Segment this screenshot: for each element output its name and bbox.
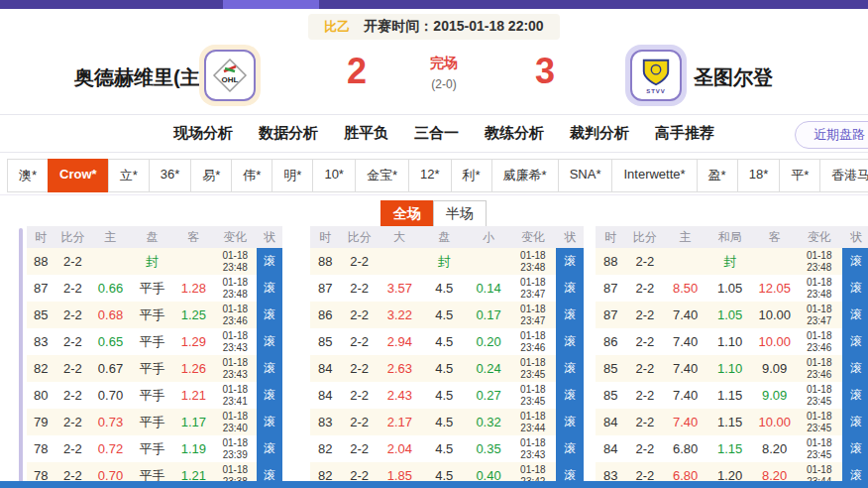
cell-over-odds: 3.57 [379,275,421,302]
cell-change-time: 01-1823:47 [796,302,842,328]
cell-minute: 80 [27,382,54,409]
table-row: 85 2-2 7.40 1.15 9.09 01-1823:45 滚 [596,382,868,409]
cell-change-time: 01-1823:41 [213,382,257,409]
header-change: 变化 [213,226,257,248]
table-row: 82 2-2 2.04 4.5 0.35 01-1823:43 滚 [310,435,584,462]
bookmaker-tab-label: 威廉希* [503,168,547,183]
cell-away-win-odds: 10.00 [753,302,796,328]
cell-away-odds: 1.26 [173,355,213,382]
bookmaker-tab-label: 明* [283,168,301,183]
cell-away-win-odds: 8.20 [753,435,796,462]
cell-under-odds: 0.24 [468,355,510,382]
bookmaker-tab-label: 立* [120,168,138,183]
bookmaker-tab[interactable]: 香港马* [819,159,868,192]
home-team-name: 奥德赫维里(主) [74,64,206,91]
cell-live-status: 滚 [257,355,282,382]
period-toggle-button[interactable]: 半场 [433,200,487,228]
bookmaker-tab-label: 澳* [19,168,37,183]
match-status-block: 完场 (2-0) [394,55,493,91]
ohl-crest-icon: OHL [212,58,248,93]
cell-live-status: 滚 [556,409,584,435]
cell-change-time: 01-1823:48 [509,248,556,275]
cell-live-status: 滚 [556,355,584,382]
bookmaker-tab[interactable]: 澳* [7,159,49,192]
cell-away-odds: 1.25 [173,302,213,328]
cell-minute: 87 [596,275,625,302]
bookmaker-tab[interactable]: 金宝* [355,159,409,192]
cell-score: 2-2 [625,409,664,435]
cell-score: 2-2 [54,302,90,328]
cell-home-odds: 0.72 [90,435,130,462]
cell-minute: 88 [27,248,54,275]
cell-handicap: 平手 [130,382,173,409]
cell-change-time: 01-1823:45 [509,355,556,382]
cell-handicap: 平手 [130,435,173,462]
bookmaker-tab-label: Crow* [59,167,97,182]
cell-change-time: 01-1823:46 [213,302,257,328]
nav-tab[interactable]: 教练分析 [485,124,544,143]
bookmaker-tab[interactable]: 盈* [697,159,738,192]
period-toggle-button[interactable]: 全场 [380,200,434,228]
bookmaker-tab[interactable]: 利* [451,159,492,192]
cell-live-status: 滚 [556,248,584,275]
away-score: 3 [523,51,567,92]
cell-away-odds: 1.21 [173,382,213,409]
nav-tab[interactable]: 高手推荐 [655,124,714,143]
bookmaker-tab[interactable]: 12* [408,159,452,192]
cell-handicap: 平手 [130,355,173,382]
bookmaker-tab[interactable]: 易* [190,159,232,192]
cell-minute: 86 [596,328,625,355]
bookmaker-tab-label: Interwette* [623,167,685,182]
nav-tab[interactable]: 三合一 [414,124,459,143]
bookmaker-tab[interactable]: Interwette* [611,159,697,192]
cell-live-status: 滚 [556,382,584,409]
bookmaker-tab[interactable]: 明* [271,159,313,192]
kickoff-time: 开赛时间：2015-01-18 22:00 [364,18,543,36]
bookmaker-tab[interactable]: 平* [779,159,820,192]
cell-over-odds: 2.04 [379,435,421,462]
bottom-blue-bar [0,481,868,488]
table-row: 79 2-2 0.73 平手 1.17 01-1823:40 滚 [27,409,282,435]
cell-live-status: 滚 [842,302,868,328]
period-toggle: 全场 半场 [0,200,868,228]
bookmaker-tab[interactable]: 18* [737,159,781,192]
cell-over-odds: 3.22 [379,302,421,328]
nav-tab[interactable]: 裁判分析 [570,124,629,143]
bookmaker-tab[interactable]: 立* [108,159,150,192]
cell-minute: 86 [310,302,340,328]
header-time: 时 [310,226,340,248]
svg-text:OHL: OHL [222,75,239,84]
bookmaker-tabs: 澳* Crow* 立* 36* 易* 伟* 明* 10* 金宝* 12* 利* … [8,159,868,192]
cell-away-odds: 1.17 [173,409,213,435]
header-over: 大 [379,226,421,248]
bookmaker-tab-label: 12* [420,167,440,182]
cell-score: 2-2 [340,328,379,355]
bookmaker-tab[interactable]: 威廉希* [491,159,559,192]
bookmaker-tab[interactable]: 10* [312,159,356,192]
cell-change-time: 01-1823:48 [213,248,257,275]
cell-under-odds: 0.14 [468,275,510,302]
cell-draw-odds: 1.15 [706,435,753,462]
cell-handicap: 平手 [130,328,173,355]
nav-tab[interactable]: 数据分析 [259,124,318,143]
header-draw: 和局 [706,226,753,248]
cell-live-status: 滚 [556,328,584,355]
header-status: 状 [257,226,282,248]
nav-tab[interactable]: 胜平负 [344,124,388,143]
bookmaker-tab[interactable]: SNA* [558,159,613,192]
cell-change-time: 01-1823:47 [509,302,556,328]
cell-change-time: 01-1823:39 [213,435,257,462]
nav-tab[interactable]: 现场分析 [173,124,233,143]
bookmaker-tab[interactable]: Crow* [48,159,109,192]
table-row: 84 2-2 7.40 1.15 10.00 01-1823:45 滚 [596,409,868,435]
cell-over-odds: 2.63 [379,355,421,382]
cell-home-win-odds: 6.80 [664,435,706,462]
cell-minute: 85 [596,355,625,382]
bookmaker-tab[interactable]: 36* [149,159,192,192]
bookmaker-tab[interactable]: 伟* [231,159,272,192]
bookmaker-tab-label: 伟* [243,168,261,183]
recent-trend-button[interactable]: 近期盘路 [795,121,868,149]
cell-handicap: 平手 [130,275,173,302]
cell-live-status: 滚 [556,302,584,328]
header-time: 时 [596,226,625,248]
